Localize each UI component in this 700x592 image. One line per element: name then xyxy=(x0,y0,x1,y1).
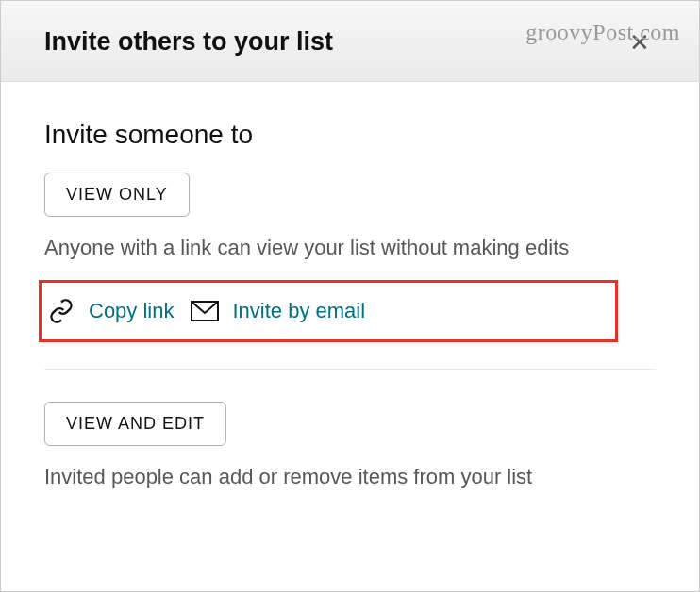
view-only-description: Anyone with a link can view your list wi… xyxy=(44,234,656,263)
copy-link-item[interactable]: Copy link xyxy=(47,298,174,324)
link-icon xyxy=(47,298,75,324)
dialog-header: Invite others to your list ✕ xyxy=(1,1,699,82)
invite-email-label: Invite by email xyxy=(232,299,365,323)
invite-email-item[interactable]: Invite by email xyxy=(191,299,365,323)
dialog-title: Invite others to your list xyxy=(44,27,333,57)
section-divider xyxy=(44,369,656,370)
close-button[interactable]: ✕ xyxy=(624,30,656,55)
share-links-row: Copy link Invite by email xyxy=(43,285,613,337)
close-icon: ✕ xyxy=(629,28,650,57)
copy-link-label: Copy link xyxy=(89,299,174,323)
invite-subheading: Invite someone to xyxy=(44,120,656,150)
annotation-highlight: Copy link Invite by email xyxy=(39,280,618,342)
view-and-edit-description: Invited people can add or remove items f… xyxy=(44,463,656,492)
dialog-content: Invite someone to VIEW ONLY Anyone with … xyxy=(1,82,699,492)
envelope-icon xyxy=(191,301,219,321)
view-only-button[interactable]: VIEW ONLY xyxy=(44,173,190,217)
view-and-edit-button[interactable]: VIEW AND EDIT xyxy=(44,402,226,446)
